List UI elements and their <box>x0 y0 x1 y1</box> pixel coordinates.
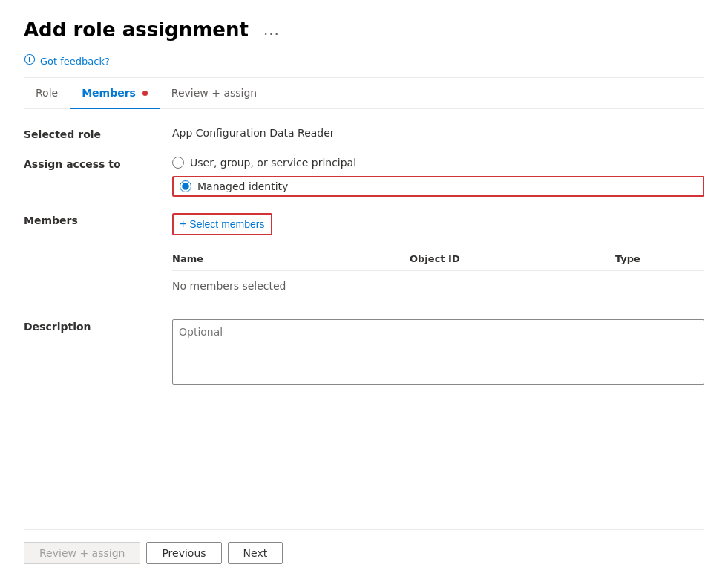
select-members-highlight-box: + Select members <box>172 213 272 235</box>
tab-members[interactable]: Members <box>70 78 160 109</box>
tab-members-dot <box>142 91 148 96</box>
feedback-label: Got feedback? <box>40 56 110 67</box>
tabs-row: Role Members Review + assign <box>24 78 704 109</box>
assign-access-radio-group: User, group, or service principal Manage… <box>172 157 704 197</box>
radio-option-managed[interactable]: Managed identity <box>180 180 288 192</box>
previous-button[interactable]: Previous <box>146 542 221 564</box>
form-section: Selected role App Configuration Data Rea… <box>24 127 704 529</box>
page-container: Add role assignment ... Got feedback? Ro… <box>0 0 728 582</box>
radio-option-ugsp[interactable]: User, group, or service principal <box>172 157 704 169</box>
members-table-header: Name Object ID Type <box>172 247 704 271</box>
description-label: Description <box>24 319 172 333</box>
tab-review-assign[interactable]: Review + assign <box>160 78 269 109</box>
radio-managed-label: Managed identity <box>197 180 288 192</box>
col-header-type: Type <box>615 253 704 264</box>
col-header-objectid: Object ID <box>410 253 615 264</box>
radio-managed[interactable] <box>180 180 191 192</box>
select-members-button[interactable]: + Select members <box>180 218 265 231</box>
bottom-bar: Review + assign Previous Next <box>24 529 704 582</box>
description-textarea[interactable] <box>172 319 704 385</box>
assign-access-row: Assign access to User, group, or service… <box>24 157 704 197</box>
radio-ugsp-label: User, group, or service principal <box>190 157 356 169</box>
members-empty-message: No members selected <box>172 271 704 301</box>
selected-role-row: Selected role App Configuration Data Rea… <box>24 127 704 140</box>
plus-icon: + <box>180 218 186 231</box>
members-table: Name Object ID Type No members selected <box>172 247 704 301</box>
managed-identity-highlight-box: Managed identity <box>172 176 704 197</box>
ellipsis-button[interactable]: ... <box>258 18 286 42</box>
radio-ugsp[interactable] <box>172 157 184 169</box>
page-title: Add role assignment <box>24 19 249 41</box>
selected-role-value: App Configuration Data Reader <box>172 127 335 139</box>
col-header-name: Name <box>172 253 410 264</box>
assign-access-label: Assign access to <box>24 157 172 170</box>
members-label: Members <box>24 213 172 226</box>
members-row: Members + Select members Name Object ID … <box>24 213 704 301</box>
description-row: Description <box>24 319 704 387</box>
feedback-row[interactable]: Got feedback? <box>24 53 704 68</box>
page-title-row: Add role assignment ... <box>24 18 704 42</box>
selected-role-label: Selected role <box>24 127 172 140</box>
next-button[interactable]: Next <box>228 542 283 564</box>
select-members-label: Select members <box>189 218 264 230</box>
feedback-icon <box>24 53 36 68</box>
tab-role[interactable]: Role <box>24 78 70 109</box>
review-assign-button[interactable]: Review + assign <box>24 542 140 564</box>
